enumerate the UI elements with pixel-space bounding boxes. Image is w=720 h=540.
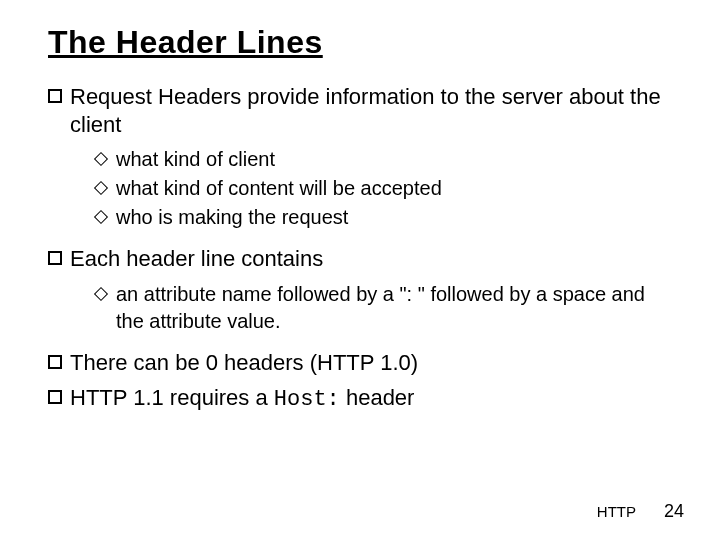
sub-bullet-text: who is making the request bbox=[116, 204, 348, 231]
page-number: 24 bbox=[664, 501, 684, 522]
bullet-4-code: Host: bbox=[274, 387, 340, 412]
bullet-2-sublist: an attribute name followed by a ": " fol… bbox=[48, 281, 672, 335]
bullet-1-text: Request Headers provide information to t… bbox=[70, 83, 672, 138]
sub-bullet-text: an attribute name followed by a ": " fol… bbox=[116, 281, 672, 335]
diamond-bullet-icon bbox=[94, 210, 108, 224]
bullet-2-text: Each header line contains bbox=[70, 245, 323, 273]
bullet-2: Each header line contains bbox=[48, 245, 672, 273]
sub-bullet: what kind of client bbox=[96, 146, 672, 173]
diamond-bullet-icon bbox=[94, 286, 108, 300]
bullet-4: HTTP 1.1 requires a Host: header bbox=[48, 384, 672, 414]
slide-footer: HTTP 24 bbox=[597, 501, 684, 522]
sub-bullet: what kind of content will be accepted bbox=[96, 175, 672, 202]
bullet-3: There can be 0 headers (HTTP 1.0) bbox=[48, 349, 672, 377]
square-bullet-icon bbox=[48, 251, 62, 265]
bullet-3-text: There can be 0 headers (HTTP 1.0) bbox=[70, 349, 418, 377]
sub-bullet-text: what kind of content will be accepted bbox=[116, 175, 442, 202]
bullet-4-post: header bbox=[340, 385, 415, 410]
sub-bullet: who is making the request bbox=[96, 204, 672, 231]
bullet-1-sublist: what kind of client what kind of content… bbox=[48, 146, 672, 231]
square-bullet-icon bbox=[48, 390, 62, 404]
diamond-bullet-icon bbox=[94, 181, 108, 195]
bullet-4-pre: HTTP 1.1 requires a bbox=[70, 385, 274, 410]
diamond-bullet-icon bbox=[94, 152, 108, 166]
square-bullet-icon bbox=[48, 89, 62, 103]
sub-bullet: an attribute name followed by a ": " fol… bbox=[96, 281, 672, 335]
square-bullet-icon bbox=[48, 355, 62, 369]
slide-title: The Header Lines bbox=[48, 24, 672, 61]
sub-bullet-text: what kind of client bbox=[116, 146, 275, 173]
bullet-4-text: HTTP 1.1 requires a Host: header bbox=[70, 384, 414, 414]
footer-label: HTTP bbox=[597, 503, 636, 520]
bullet-1: Request Headers provide information to t… bbox=[48, 83, 672, 138]
